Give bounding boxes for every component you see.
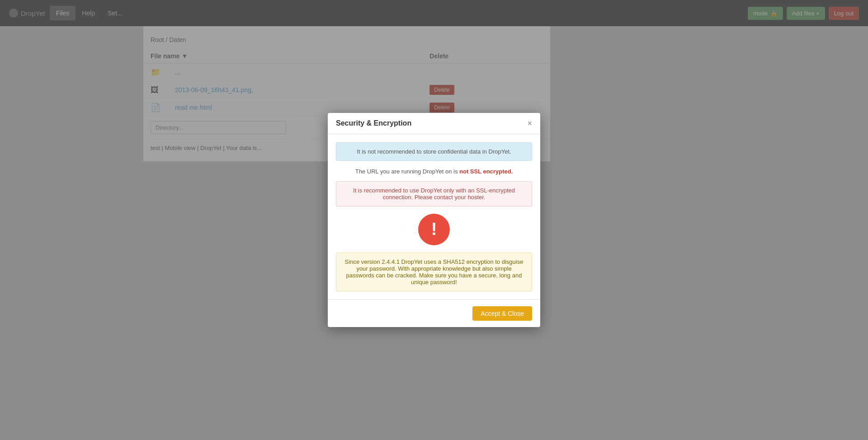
url-warning: The URL you are running DropYet on is no…: [336, 168, 532, 175]
info-banner: It is not recommended to store confident…: [336, 142, 532, 161]
modal-header: Security & Encryption ×: [328, 113, 540, 134]
modal-footer: Accept & Close: [328, 300, 540, 327]
encryption-note: Since version 2.4.4.1 DropYet uses a SHA…: [336, 253, 532, 291]
modal-close-button[interactable]: ×: [527, 119, 532, 127]
security-modal: Security & Encryption × It is not recomm…: [328, 113, 540, 327]
alert-circle: !: [418, 214, 450, 245]
accept-close-button[interactable]: Accept & Close: [472, 306, 532, 321]
exclamation-icon: !: [431, 220, 437, 238]
modal-body: It is not recommended to store confident…: [328, 134, 540, 300]
alert-icon-container: !: [336, 214, 532, 245]
ssl-warning-box: It is recommended to use DropYet only wi…: [336, 181, 532, 206]
ssl-warning-text: not SSL encrypted.: [459, 168, 513, 175]
modal-title: Security & Encryption: [336, 119, 411, 127]
